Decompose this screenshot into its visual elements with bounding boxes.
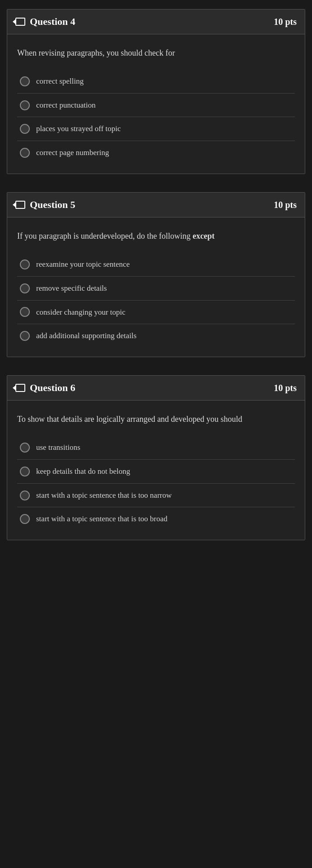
q4-option-3[interactable]: places you strayed off topic	[17, 117, 295, 141]
q4-option-4[interactable]: correct page numbering	[17, 141, 295, 165]
question-4-label: Question 4	[30, 16, 75, 28]
q5-option-2-label: remove specific details	[36, 283, 107, 294]
q4-option-2[interactable]: correct punctuation	[17, 94, 295, 118]
q6-option-4[interactable]: start with a topic sentence that is too …	[17, 507, 295, 531]
question-4-icon	[15, 18, 25, 26]
question-4-header: Question 4 10 pts	[7, 9, 305, 34]
question-6-options: use transitions keep details that do not…	[17, 436, 295, 531]
question-6-title: Question 6	[15, 382, 75, 394]
q5-text-before: If you paragraph is underdeveloped, do t…	[17, 231, 192, 241]
q6-radio-3[interactable]	[20, 491, 30, 500]
question-6-body: To show that details are logically arran…	[7, 401, 305, 540]
q4-radio-3[interactable]	[20, 124, 30, 134]
question-4-pts: 10 pts	[274, 17, 297, 27]
question-5-text: If you paragraph is underdeveloped, do t…	[17, 230, 295, 243]
q5-option-4[interactable]: add additional supporting details	[17, 324, 295, 348]
q6-radio-4[interactable]	[20, 514, 30, 524]
q6-option-2-label: keep details that do not belong	[36, 466, 130, 477]
q4-option-3-label: places you strayed off topic	[36, 123, 121, 134]
q5-option-3[interactable]: consider changing your topic	[17, 301, 295, 325]
q5-radio-4[interactable]	[20, 331, 30, 341]
q5-option-4-label: add additional supporting details	[36, 330, 136, 341]
question-6-text: To show that details are logically arran…	[17, 413, 295, 426]
q6-option-1[interactable]: use transitions	[17, 436, 295, 460]
q4-radio-1[interactable]	[20, 76, 30, 86]
q5-option-1[interactable]: reexamine your topic sentence	[17, 253, 295, 277]
q5-option-2[interactable]: remove specific details	[17, 277, 295, 301]
question-5-options: reexamine your topic sentence remove spe…	[17, 253, 295, 348]
question-4-text: When revising paragraphs, you should che…	[17, 47, 295, 60]
q6-option-3-label: start with a topic sentence that is too …	[36, 490, 172, 501]
question-5-body: If you paragraph is underdeveloped, do t…	[7, 217, 305, 357]
question-6-label: Question 6	[30, 382, 75, 394]
question-4-options: correct spelling correct punctuation pla…	[17, 70, 295, 165]
q4-option-4-label: correct page numbering	[36, 147, 109, 158]
question-5-block: Question 5 10 pts If you paragraph is un…	[7, 192, 305, 357]
q6-option-4-label: start with a topic sentence that is too …	[36, 514, 168, 524]
q6-radio-1[interactable]	[20, 443, 30, 453]
q5-text-bold: except	[192, 231, 214, 241]
q5-option-1-label: reexamine your topic sentence	[36, 259, 130, 270]
q5-radio-2[interactable]	[20, 283, 30, 293]
q4-option-1[interactable]: correct spelling	[17, 70, 295, 94]
question-5-icon	[15, 201, 25, 209]
question-6-icon	[15, 384, 25, 392]
q6-option-1-label: use transitions	[36, 442, 80, 453]
q5-radio-1[interactable]	[20, 259, 30, 269]
question-6-block: Question 6 10 pts To show that details a…	[7, 375, 305, 540]
q4-radio-4[interactable]	[20, 148, 30, 158]
question-4-body: When revising paragraphs, you should che…	[7, 34, 305, 174]
question-6-header: Question 6 10 pts	[7, 376, 305, 401]
question-5-pts: 10 pts	[274, 200, 297, 210]
question-5-header: Question 5 10 pts	[7, 193, 305, 217]
q6-radio-2[interactable]	[20, 467, 30, 476]
q5-radio-3[interactable]	[20, 307, 30, 317]
question-4-title: Question 4	[15, 16, 75, 28]
q4-option-2-label: correct punctuation	[36, 100, 96, 111]
question-5-label: Question 5	[30, 199, 75, 211]
q4-radio-2[interactable]	[20, 100, 30, 110]
question-5-title: Question 5	[15, 199, 75, 211]
q4-option-1-label: correct spelling	[36, 76, 84, 87]
question-4-block: Question 4 10 pts When revising paragrap…	[7, 9, 305, 174]
q6-option-2[interactable]: keep details that do not belong	[17, 460, 295, 484]
q6-option-3[interactable]: start with a topic sentence that is too …	[17, 484, 295, 508]
q5-option-3-label: consider changing your topic	[36, 307, 126, 318]
question-6-pts: 10 pts	[274, 383, 297, 393]
